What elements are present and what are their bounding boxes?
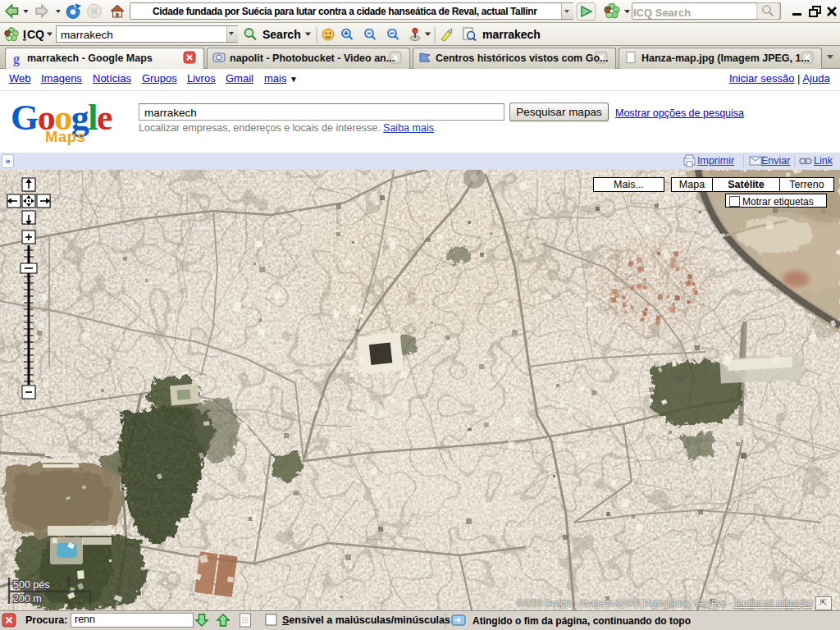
- svg-text:g: g: [13, 52, 20, 66]
- svg-text:500 pés: 500 pés: [13, 579, 49, 591]
- svg-text:200 m: 200 m: [13, 593, 42, 605]
- svg-text:CQ: CQ: [27, 28, 44, 41]
- svg-text:Search: Search: [262, 28, 301, 41]
- svg-text:marrakech: marrakech: [482, 28, 541, 41]
- svg-text:I: I: [23, 28, 26, 41]
